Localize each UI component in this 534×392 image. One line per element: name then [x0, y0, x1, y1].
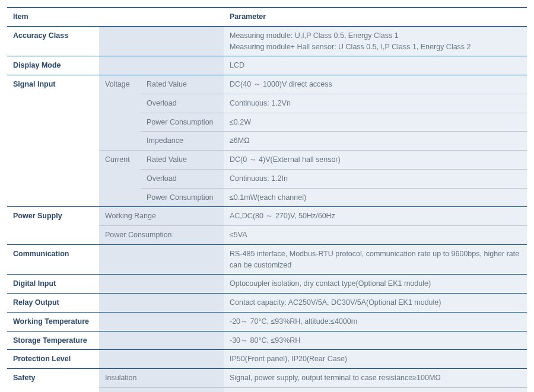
- header-item: Item: [7, 8, 224, 27]
- value-storage-temperature: -30～ 80°C, ≤93%RH: [224, 331, 527, 350]
- value-voltage-impedance: ≥6MΩ: [224, 132, 527, 151]
- row-power-supply-range: Power Supply Working Range AC,DC(80 ～ 27…: [7, 207, 527, 226]
- label-protection-level: Protection Level: [7, 350, 99, 369]
- label-safety: Safety: [7, 369, 99, 393]
- value-protection-level: IP50(Front panel), IP20(Rear Case): [224, 350, 527, 369]
- value-digital-input: Optocoupler isolation, dry contact type(…: [224, 275, 527, 294]
- label-voltage-power: Power Consumption: [141, 113, 224, 132]
- label-ps-consumption: Power Consumption: [99, 226, 224, 245]
- label-current: Current: [99, 151, 141, 207]
- label-display-mode: Display Mode: [7, 56, 99, 75]
- label-voltage-rated: Rated Value: [141, 75, 224, 94]
- value-working-range: AC,DC(80 ～ 270)V, 50Hz/60Hz: [224, 207, 527, 226]
- row-working-temperature: Working Temperature -20～ 70°C, ≤93%RH, a…: [7, 312, 527, 331]
- value-voltage-rated: DC(40 ～ 1000)V direct access: [224, 75, 527, 94]
- row-relay-output: Relay Output Contact capacity: AC250V/5A…: [7, 294, 527, 313]
- label-communication: Communication: [7, 244, 99, 275]
- header-parameter: Parameter: [224, 8, 527, 27]
- label-accuracy-class: Accuracy Class: [7, 26, 99, 56]
- value-current-overload: Continuous: 1.2In: [224, 169, 527, 188]
- label-power-supply: Power Supply: [7, 207, 99, 245]
- row-digital-input: Digital Input Optocoupler isolation, dry…: [7, 275, 527, 294]
- label-current-rated: Rated Value: [141, 151, 224, 170]
- value-current-power: ≤0.1mW(each channel): [224, 188, 527, 207]
- label-working-range: Working Range: [99, 207, 224, 226]
- row-protection-level: Protection Level IP50(Front panel), IP20…: [7, 350, 527, 369]
- label-voltage: Voltage: [99, 75, 141, 151]
- value-insulation: Signal, power supply, output terminal to…: [224, 369, 527, 388]
- value-relay-output: Contact capacity: AC250V/5A, DC30V/5A(Op…: [224, 294, 527, 313]
- label-voltage-overload: Overload: [141, 94, 224, 113]
- label-working-temperature: Working Temperature: [7, 312, 99, 331]
- value-working-temperature: -20～ 70°C, ≤93%RH, altitude:≤4000m: [224, 312, 527, 331]
- row-signal-voltage-rated: Signal Input Voltage Rated Value DC(40 ～…: [7, 75, 527, 94]
- row-accuracy-class: Accuracy Class Measuring module: U,I,P C…: [7, 26, 527, 56]
- value-accuracy-class: Measuring module: U,I,P Class 0.5, Energ…: [224, 26, 527, 56]
- row-display-mode: Display Mode LCD: [7, 56, 527, 75]
- value-display-mode: LCD: [224, 56, 527, 75]
- row-communication: Communication RS-485 interface, Modbus-R…: [7, 244, 527, 275]
- table-header-row: Item Parameter: [7, 8, 527, 27]
- spec-table: Item Parameter Accuracy Class Measuring …: [7, 7, 527, 392]
- label-withstand: Withstand Voltage: [99, 387, 224, 392]
- label-insulation: Insulation: [99, 369, 224, 388]
- label-relay-output: Relay Output: [7, 294, 99, 313]
- value-communication: RS-485 interface, Modbus-RTU protocol, c…: [224, 244, 527, 275]
- value-withstand: Power supply, input and output≥AC2kV: [224, 387, 527, 392]
- label-digital-input: Digital Input: [7, 275, 99, 294]
- label-voltage-impedance: Impedance: [141, 132, 224, 151]
- value-current-rated: DC(0 ～ 4)V(External hall sensor): [224, 151, 527, 170]
- label-signal-input: Signal Input: [7, 75, 99, 207]
- value-voltage-overload: Continuous: 1.2Vn: [224, 94, 527, 113]
- row-safety-insulation: Safety Insulation Signal, power supply, …: [7, 369, 527, 388]
- label-current-overload: Overload: [141, 169, 224, 188]
- row-storage-temperature: Storage Temperature -30～ 80°C, ≤93%RH: [7, 331, 527, 350]
- value-ps-consumption: ≤5VA: [224, 226, 527, 245]
- label-current-power: Power Consumption: [141, 188, 224, 207]
- label-storage-temperature: Storage Temperature: [7, 331, 99, 350]
- value-voltage-power: ≤0.2W: [224, 113, 527, 132]
